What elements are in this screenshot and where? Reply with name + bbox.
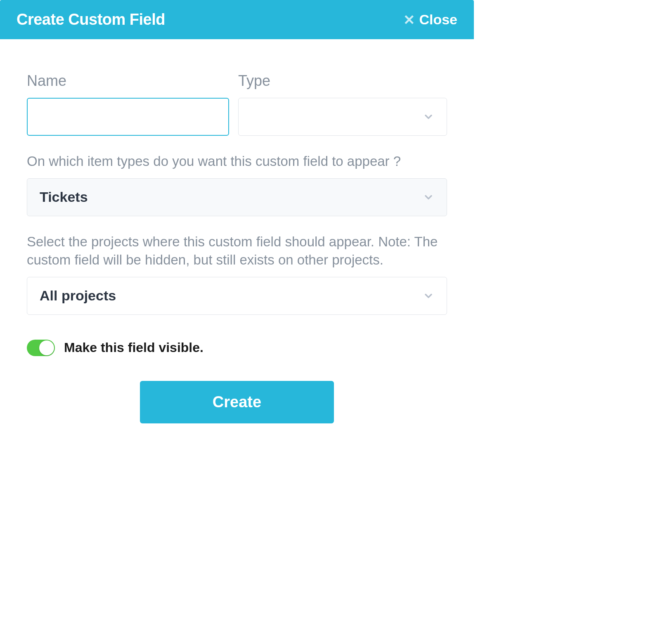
type-select[interactable] [238, 98, 447, 136]
visible-toggle-row: Make this field visible. [27, 340, 447, 356]
chevron-down-icon [423, 111, 434, 123]
visible-toggle[interactable] [27, 340, 55, 356]
modal-title: Create Custom Field [17, 11, 165, 28]
item-types-question: On which item types do you want this cus… [27, 152, 447, 171]
type-field-group: Type [238, 72, 447, 136]
item-types-select-value: Tickets [40, 189, 88, 205]
projects-field-group: Select the projects where this custom fi… [27, 233, 447, 315]
name-field-group: Name [27, 72, 229, 136]
close-icon: ✕ [403, 12, 415, 28]
name-type-row: Name Type [27, 72, 447, 136]
type-label: Type [238, 72, 447, 90]
item-types-field-group: On which item types do you want this cus… [27, 152, 447, 216]
chevron-down-icon [423, 290, 434, 302]
projects-select[interactable]: All projects [27, 277, 447, 315]
name-input[interactable] [27, 98, 229, 136]
create-custom-field-modal: Create Custom Field ✕ Close Name Type On… [0, 0, 474, 448]
projects-question: Select the projects where this custom fi… [27, 233, 447, 269]
item-types-select[interactable]: Tickets [27, 178, 447, 216]
modal-body: Name Type On which item types do you wan… [0, 39, 474, 448]
chevron-down-icon [423, 191, 434, 203]
create-button[interactable]: Create [140, 381, 334, 423]
visible-toggle-label: Make this field visible. [64, 340, 203, 355]
toggle-knob [39, 340, 54, 355]
close-label: Close [419, 12, 457, 28]
modal-footer: Create [27, 381, 447, 423]
projects-select-value: All projects [40, 288, 116, 304]
close-button[interactable]: ✕ Close [403, 12, 457, 28]
modal-header: Create Custom Field ✕ Close [0, 0, 474, 39]
name-label: Name [27, 72, 229, 90]
